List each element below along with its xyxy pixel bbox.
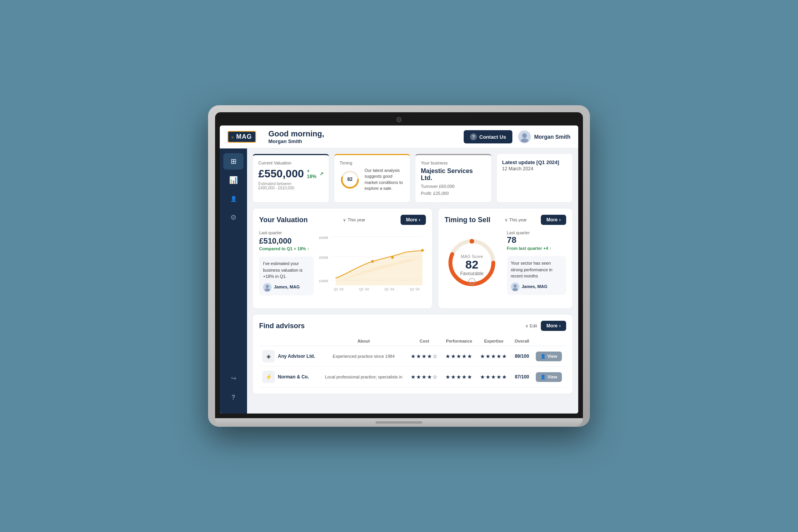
sidebar-item-users[interactable]: 👤 [223,191,244,207]
header-greeting: Good morning, Morgan Smith [268,129,457,144]
timing-last-q-value: 78 [507,235,566,245]
valuation-range: Estimated between £495,000 - £610,000 [258,182,323,190]
timing-description: Our latest analysis suggests good market… [365,168,405,192]
sidebar-logout[interactable]: ↪ [223,370,244,386]
last-quarter-label: Last quarter [259,230,314,235]
advisor-comment-text: I've estimated your business valuation i… [263,261,303,279]
advisor-1-overall: 89/100 [511,346,533,367]
timing-chart-header: Timing to Sell ∨ This year More › [445,215,566,225]
content-area: Current Valuation £550,000 + 18% ↗ [247,148,578,414]
advisors-title: Find advisors [259,322,521,330]
advisor-name: James, MAG [274,284,300,290]
valuation-chart-body: Last quarter £510,000 Compared to Q1 + 1… [259,230,426,302]
advisor-1-cost-stars: ★★★★☆ [411,353,438,359]
business-summary-card: Your business Majestic Services Ltd. Tur… [415,154,492,203]
business-name: Majestic Services Ltd. [421,168,486,182]
col-header-action [533,336,566,346]
timing-body: MAG Score 82 Favourable i [445,230,566,295]
advisor-2-row-name: ⚡ Norman & Co. [262,371,317,383]
valuation-amount: £550,000 [258,168,304,180]
col-header-name [259,336,320,346]
timing-more-label: More [546,217,558,223]
valuation-summary-card: Current Valuation £550,000 + 18% ↗ [252,154,329,203]
timing-chart-title: Timing to Sell [445,216,491,224]
timing-filter[interactable]: ∨ This year [505,217,527,223]
sidebar-item-home[interactable]: ⊞ [223,153,244,170]
last-quarter-value: £510,000 [259,237,314,246]
question-icon: ? [470,133,477,140]
business-meta: Turnover £60,000 Profit: £25,000 [421,183,486,197]
svg-text:Q1 '24: Q1 '24 [334,287,344,291]
timing-chevron-right-icon: › [559,217,561,223]
timing-last-q-label: Last quarter [507,230,566,235]
sidebar-item-settings[interactable]: ⚙ [223,209,244,226]
advisor-1-view-button[interactable]: 👤 View [536,352,562,361]
sidebar-nav: ⊞ 📊 👤 ⚙ [220,153,247,370]
advisor-2-performance: ★★★★★ [442,367,477,387]
contact-btn-label: Contact Us [479,134,506,140]
view-btn-label: View [547,354,557,359]
col-header-cost: Cost [407,336,442,346]
valuation-more-button[interactable]: More › [401,215,426,225]
advisor-1-icon: ◈ [262,350,275,362]
timing-content: 82 Our latest analysis suggests good mar… [340,168,405,192]
valuation-card-label: Current Valuation [258,161,323,165]
timing-summary-card: Timing 82 Our latest analysis suggests g… [334,154,411,203]
valuation-chart-header: Your Valuation ∨ This year More › [259,215,426,225]
advisor-2-name-cell: ⚡ Norman & Co. [259,367,320,387]
advisor-2-overall-score: 87/100 [515,374,529,380]
compared-label: Compared to Q1 [259,246,293,251]
advisors-more-button[interactable]: More › [541,321,566,331]
svg-text:£600k: £600k [319,236,328,240]
advisor-2-name-text: Norman & Co. [278,374,309,380]
greeting-text: Good morning, [268,129,457,138]
advisors-table: About Cost Performance Expertise Overall [259,336,566,387]
table-row: ⚡ Norman & Co. Local professional practi… [259,367,566,387]
logo-text: MAG [236,133,252,140]
view-btn-2-label: View [547,375,557,379]
home-icon: ⊞ [231,157,237,166]
col-header-expertise: Expertise [477,336,511,346]
sidebar-item-analytics[interactable]: 📊 [223,172,244,188]
business-turnover: Turnover £60,000 [421,184,454,189]
svg-point-1 [521,138,528,143]
advisor-2-view-button[interactable]: 👤 View [536,372,562,382]
sidebar-help[interactable]: ? [223,389,244,406]
gauge-container: MAG Score 82 Favourable i [445,235,499,290]
advisor-2-cost: ★★★★☆ [407,367,442,387]
timing-more-button[interactable]: More › [541,215,566,225]
advisors-chevron-right-icon: › [559,323,561,329]
user-profile[interactable]: Morgan Smith [518,130,570,143]
advisor-signature: James, MAG [263,283,310,292]
advisor-2-about-text: Local professional practice; specialists… [325,375,403,379]
edit-button[interactable]: ∨ Edit [525,323,537,329]
svg-point-22 [470,239,474,244]
chevron-down-small-icon: ∨ [525,323,528,329]
svg-text:Q1 '24: Q1 '24 [385,287,394,291]
logout-icon: ↪ [231,375,236,382]
business-profit: Profit: £25,000 [421,191,449,196]
timing-advisor-avatar [511,283,519,291]
users-icon: 👤 [230,196,237,202]
sidebar: ⊞ 📊 👤 ⚙ ↪ [220,148,247,414]
advisor-1-row-name: ◈ Any Advisor Ltd. [262,350,317,362]
valuation-filter[interactable]: ∨ This year [343,217,365,223]
user-name: Morgan Smith [534,134,570,140]
arrow-up-icon: ↑ [307,246,309,251]
svg-text:Q1 '24: Q1 '24 [410,287,420,291]
header-right: ? Contact Us Morgan Smith [464,130,570,143]
advisor-2-about: Local professional practice; specialists… [320,367,407,387]
timing-from-label: From last quarter [507,246,542,251]
svg-point-15 [421,249,424,252]
contact-us-button[interactable]: ? Contact Us [464,130,512,143]
advisor-1-performance: ★★★★★ [442,346,477,367]
advisor-2-icon: ⚡ [262,371,275,383]
advisor-1-about: Experienced practice since 1984 [320,346,407,367]
col-header-about: About [320,336,407,346]
charts-row: Your Valuation ∨ This year More › [252,208,573,309]
logo-box: ≡ MAG [228,131,256,143]
advisor-2-performance-stars: ★★★★★ [445,374,473,380]
advisor-2-action: 👤 View [533,367,566,387]
app-container: ⊞ 📊 👤 ⚙ ↪ [220,148,578,414]
advisors-card: Find advisors ∨ Edit More › [252,314,573,394]
